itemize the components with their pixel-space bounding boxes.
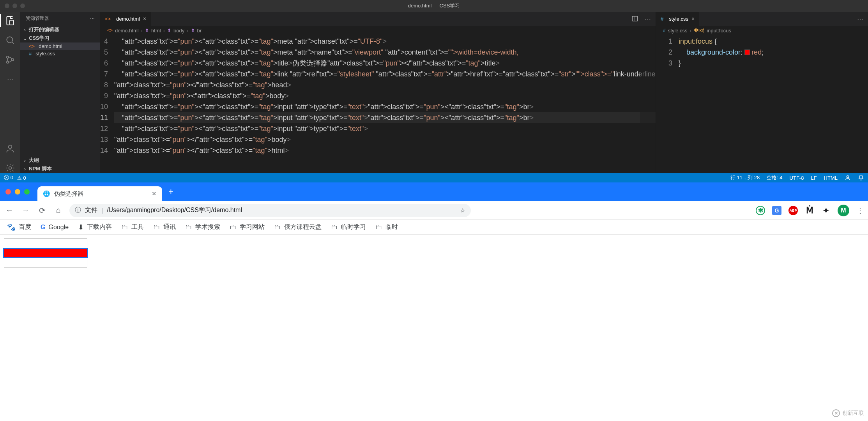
browser-tab[interactable]: 🌐 伪类选择器 ✕ bbox=[37, 186, 162, 201]
bookmark-item[interactable]: ⬇下载内容 bbox=[78, 223, 112, 232]
panel-more-icon[interactable]: ⋯ bbox=[90, 16, 95, 21]
editor-more-icon[interactable]: ⋯ bbox=[645, 15, 651, 23]
bookmark-label: 通讯 bbox=[163, 223, 176, 231]
google-icon: G bbox=[41, 224, 45, 231]
close-dot[interactable] bbox=[5, 4, 9, 8]
tab-style-css[interactable]: # style.css × bbox=[656, 12, 699, 26]
more-icon[interactable]: ⋯ bbox=[5, 74, 15, 84]
explorer-icon[interactable] bbox=[5, 16, 15, 26]
mac-traffic-lights[interactable] bbox=[5, 4, 25, 8]
npm-scripts-section[interactable]: ›NPM 脚本 bbox=[20, 165, 100, 173]
bookmark-item[interactable]: 🗀俄方课程云盘 bbox=[274, 223, 322, 231]
file-item-demo-html[interactable]: <>demo.html bbox=[20, 42, 100, 50]
folder-icon: 🗀 bbox=[230, 223, 237, 231]
tab-close-icon[interactable]: ✕ bbox=[152, 190, 157, 197]
indent-setting[interactable]: 空格: 4 bbox=[767, 174, 782, 181]
zoom-dot[interactable] bbox=[20, 4, 25, 8]
watermark: ✕ 创新互联 bbox=[832, 409, 864, 417]
feedback-icon[interactable] bbox=[845, 175, 851, 181]
bookmark-item[interactable]: 🗀临时学习 bbox=[331, 223, 366, 231]
bookmark-label: 学习网站 bbox=[240, 223, 265, 231]
address-bar[interactable]: ⓘ 文件 | /Users/ganmingpro/Desktop/CSS学习/d… bbox=[69, 204, 471, 217]
window-title: demo.html — CSS学习 bbox=[408, 2, 460, 9]
tab-close-icon[interactable]: × bbox=[143, 16, 146, 22]
tab-close-icon[interactable]: × bbox=[691, 16, 695, 22]
bookmark-star-icon[interactable]: ☆ bbox=[460, 207, 465, 214]
bookmarks-bar: 🐾百度GGoogle⬇下载内容🗀工具🗀通讯🗀学术搜索🗀学习网站🗀俄方课程云盘🗀临… bbox=[0, 220, 868, 235]
extension-icon[interactable]: Ṁ bbox=[805, 206, 814, 215]
forward-button[interactable]: → bbox=[20, 205, 31, 216]
encoding[interactable]: UTF-8 bbox=[790, 175, 804, 181]
project-section[interactable]: ⌄CSS学习 bbox=[20, 34, 100, 42]
adblock-icon[interactable]: ABP bbox=[788, 206, 798, 215]
editor-right: # style.css × ⋯ # style.css› �ική input:… bbox=[656, 12, 868, 173]
folder-icon: 🗀 bbox=[121, 223, 128, 231]
chrome-menu-icon[interactable]: ⋮ bbox=[856, 206, 864, 215]
bookmark-item[interactable]: 🗀学习网站 bbox=[230, 223, 265, 231]
google-translate-icon[interactable]: G bbox=[772, 206, 781, 215]
folder-icon: 🗀 bbox=[375, 223, 382, 231]
tab-label: demo.html bbox=[116, 16, 140, 22]
reload-button[interactable]: ⟳ bbox=[37, 205, 48, 216]
breadcrumb-left[interactable]: <> demo.html› ⬍ html› ⬍ body› ⬍ br bbox=[100, 26, 656, 35]
bookmark-label: 百度 bbox=[19, 223, 31, 231]
svg-point-3 bbox=[7, 61, 9, 63]
code-editor-left[interactable]: 4567891011121314 "attr">class"txt">="pun… bbox=[100, 35, 656, 173]
baidu-icon: 🐾 bbox=[7, 223, 16, 232]
eol[interactable]: LF bbox=[811, 175, 817, 181]
tab-demo-html[interactable]: <> demo.html × bbox=[100, 12, 151, 26]
text-input-2-focused[interactable] bbox=[4, 249, 87, 257]
settings-gear-icon[interactable] bbox=[5, 163, 15, 173]
back-button[interactable]: ← bbox=[4, 205, 15, 216]
profile-avatar[interactable]: M bbox=[838, 205, 849, 216]
svg-rect-0 bbox=[10, 20, 14, 25]
activity-bar: ⋯ bbox=[0, 12, 20, 173]
info-icon[interactable]: ⓘ bbox=[75, 206, 81, 214]
new-tab-button[interactable]: + bbox=[162, 187, 180, 197]
warnings-count[interactable]: ⚠ 0 bbox=[17, 175, 26, 181]
tab-label: style.css bbox=[669, 16, 688, 22]
open-editors-section[interactable]: ›打开的编辑器 bbox=[20, 25, 100, 34]
language-mode[interactable]: HTML bbox=[824, 175, 838, 181]
text-input-3[interactable] bbox=[4, 259, 87, 267]
text-input-1[interactable] bbox=[4, 239, 87, 247]
bookmark-item[interactable]: 🐾百度 bbox=[7, 223, 31, 232]
minimap[interactable] bbox=[640, 35, 656, 173]
extension-icon[interactable]: ✱ bbox=[756, 206, 765, 215]
download-icon: ⬇ bbox=[78, 223, 84, 232]
explorer-title: 资源管理器 bbox=[26, 15, 49, 22]
svg-point-1 bbox=[7, 37, 12, 42]
split-editor-icon[interactable] bbox=[631, 15, 638, 22]
bookmark-item[interactable]: 🗀工具 bbox=[121, 223, 144, 231]
mac-traffic-lights[interactable] bbox=[5, 189, 30, 195]
zoom-dot[interactable] bbox=[24, 189, 30, 195]
vscode-titlebar[interactable]: demo.html — CSS学习 bbox=[0, 0, 868, 12]
source-control-icon[interactable] bbox=[5, 55, 15, 65]
bookmark-label: 下载内容 bbox=[87, 223, 112, 231]
home-button[interactable]: ⌂ bbox=[53, 205, 64, 216]
bookmark-item[interactable]: GGoogle bbox=[41, 224, 69, 231]
folder-icon: 🗀 bbox=[274, 223, 281, 231]
status-bar: ⓧ 0 ⚠ 0 行 11，列 28 空格: 4 UTF-8 LF HTML bbox=[0, 173, 868, 182]
bookmark-item[interactable]: 🗀临时 bbox=[375, 223, 398, 231]
cursor-position[interactable]: 行 11，列 28 bbox=[730, 174, 760, 181]
watermark-icon: ✕ bbox=[832, 409, 840, 417]
errors-count[interactable]: ⓧ 0 bbox=[4, 174, 13, 181]
extensions-puzzle-icon[interactable]: ✦ bbox=[821, 206, 831, 215]
file-item-style-css[interactable]: #style.css bbox=[20, 50, 100, 57]
close-dot[interactable] bbox=[5, 189, 11, 195]
svg-point-6 bbox=[9, 167, 12, 170]
minimize-dot[interactable] bbox=[12, 4, 17, 8]
outline-section[interactable]: ›大纲 bbox=[20, 156, 100, 165]
code-editor-right[interactable]: 123 input:focus { background-color: red;… bbox=[656, 35, 868, 173]
breadcrumb-right[interactable]: # style.css› �ική input:focus bbox=[656, 26, 868, 35]
account-icon[interactable] bbox=[5, 143, 15, 154]
search-icon[interactable] bbox=[5, 35, 15, 45]
url-path: /Users/ganmingpro/Desktop/CSS学习/demo.htm… bbox=[107, 206, 242, 214]
bookmark-item[interactable]: 🗀学术搜索 bbox=[185, 223, 220, 231]
bell-icon[interactable] bbox=[858, 175, 864, 181]
svg-point-4 bbox=[12, 58, 14, 60]
editor-more-icon[interactable]: ⋯ bbox=[857, 15, 863, 23]
bookmark-item[interactable]: 🗀通讯 bbox=[153, 223, 176, 231]
minimize-dot[interactable] bbox=[15, 189, 20, 195]
